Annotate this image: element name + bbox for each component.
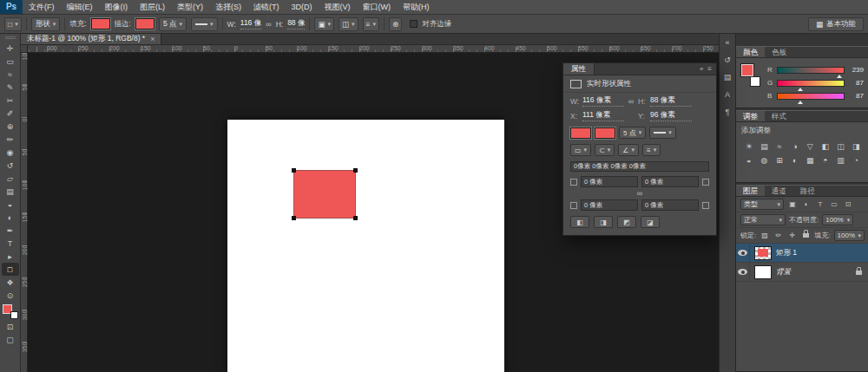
adjustment-posterize-button[interactable]: ▦ [803, 153, 819, 167]
menu-filter[interactable]: 滤镜(T) [247, 0, 286, 14]
path-operations-button[interactable]: ▣ ▾ [314, 17, 334, 31]
visibility-toggle[interactable] [736, 244, 750, 262]
shape-op-button-3[interactable]: ◩ [617, 216, 636, 228]
quick-mask-button[interactable]: ⊡ [2, 320, 19, 333]
radius-bottom-left-field[interactable]: 0 像素 [581, 199, 638, 211]
menu-3d[interactable]: 3D(D) [286, 0, 319, 14]
paragraph-panel-icon[interactable]: ¶ [721, 106, 734, 117]
adjustment-color-balance-button[interactable]: ◫ [833, 140, 849, 153]
stroke-color-swatch[interactable] [135, 18, 155, 29]
screen-mode-button[interactable]: ▢ [2, 333, 19, 346]
filter-type-dropdown[interactable]: 类型 ▾ [740, 199, 784, 210]
filter-type-layers-icon[interactable]: T [815, 199, 825, 210]
stroke-align-dropdown[interactable]: ▭ ▾ [570, 144, 591, 156]
opacity-dropdown[interactable]: 100% ▾ [822, 214, 853, 225]
eyedropper-tool[interactable]: ✐ [2, 107, 19, 120]
blur-tool[interactable]: ◒ [2, 198, 19, 211]
layer-thumbnail[interactable] [754, 246, 772, 260]
brush-tool[interactable]: ✏ [2, 133, 19, 146]
adjustment-curves-button[interactable]: ≈ [772, 140, 787, 153]
adjustment-photo-filter-button[interactable]: ◒ [741, 153, 757, 167]
ruler-corner[interactable] [21, 45, 28, 53]
corner-radius-summary-field[interactable]: 0像素 0像素 0像素 0像素 [570, 161, 709, 172]
anchor-handle-bottom-left[interactable] [292, 216, 296, 220]
menu-select[interactable]: 选择(S) [209, 0, 247, 14]
background-color-swatch[interactable] [750, 76, 760, 87]
dodge-tool[interactable]: ◐ [2, 211, 19, 224]
tab-paths[interactable]: 路径 [793, 186, 822, 196]
fill-color-swatch[interactable] [91, 18, 110, 29]
adjustment-invert-button[interactable]: ◐ [787, 153, 803, 167]
menu-edit[interactable]: 编辑(E) [61, 0, 99, 14]
adjustment-exposure-button[interactable]: ◑ [787, 140, 803, 153]
radius-bottom-right-field[interactable]: 0 像素 [641, 199, 699, 211]
radius-top-left-field[interactable]: 0 像素 [581, 176, 638, 187]
zoom-tool[interactable]: ⊙ [2, 289, 19, 302]
menu-layer[interactable]: 图层(L) [134, 0, 171, 14]
adjustment-hue-saturation-button[interactable]: ◧ [818, 140, 833, 153]
horizontal-ruler[interactable]: 300 250 200 150 100 50 0 50 100 150 200 … [21, 45, 719, 53]
stroke-color-swatch[interactable] [595, 127, 615, 139]
slider-marker-icon[interactable] [837, 72, 842, 78]
vertical-ruler[interactable]: 100 50 0 50 100 150 200 250 300 350 [21, 53, 28, 372]
adjustment-black-white-button[interactable]: ◨ [848, 140, 864, 153]
tab-swatches[interactable]: 色板 [765, 47, 793, 57]
slider-marker-icon[interactable] [798, 98, 803, 104]
fill-color-swatch[interactable] [570, 127, 591, 139]
history-panel-icon[interactable]: ↺ [721, 54, 734, 65]
history-brush-tool[interactable]: ↺ [2, 159, 19, 172]
blue-channel-slider[interactable] [777, 93, 845, 100]
menu-file[interactable]: 文件(F) [23, 0, 61, 14]
path-arrangement-button[interactable]: ≡ ▾ [363, 17, 379, 31]
menu-type[interactable]: 类型(Y) [171, 0, 209, 14]
foreground-color-swatch[interactable] [741, 64, 753, 76]
adjustment-gradient-map-button[interactable]: ▥ [833, 153, 849, 167]
blend-mode-dropdown[interactable]: 正常 ▾ [740, 214, 786, 225]
eraser-tool[interactable]: ▱ [2, 172, 19, 185]
tab-color[interactable]: 颜色 [736, 47, 765, 57]
shape-op-button-2[interactable]: ◨ [594, 216, 613, 228]
rectangle-shape[interactable] [293, 170, 356, 219]
red-channel-slider[interactable] [777, 67, 845, 74]
move-tool[interactable]: ✛ [2, 42, 19, 55]
rectangle-tool[interactable]: □ [2, 263, 19, 276]
adjustment-levels-button[interactable]: ▤ [757, 140, 773, 153]
link-dimensions-icon[interactable]: ∞ [624, 97, 638, 106]
red-channel-value[interactable]: 239 [848, 66, 864, 74]
filter-shape-layers-icon[interactable]: ▭ [829, 199, 839, 210]
link-corners-icon[interactable]: ∞ [637, 189, 642, 198]
adjustment-color-lookup-button[interactable]: ⊞ [772, 153, 787, 167]
stroke-corners-dropdown[interactable]: ∠ ▾ [618, 144, 639, 156]
geometry-settings-button[interactable]: ⊛ [389, 17, 402, 31]
toolbar-grip[interactable] [5, 36, 16, 39]
collapse-dock-icon[interactable]: « [721, 36, 734, 48]
collapse-panel-icon[interactable]: « [700, 65, 703, 73]
tool-mode-dropdown[interactable]: 形状 ▾ [31, 17, 61, 31]
visibility-toggle[interactable] [736, 263, 750, 281]
green-channel-slider[interactable] [777, 80, 845, 87]
foreground-background-swatches[interactable] [3, 304, 18, 319]
tab-channels[interactable]: 通道 [765, 186, 793, 196]
close-icon[interactable]: × [150, 35, 155, 43]
path-selection-tool[interactable]: ▸ [2, 250, 19, 263]
adjustment-threshold-button[interactable]: ◓ [818, 153, 833, 167]
lock-image-pixels-icon[interactable]: ✏ [773, 231, 784, 241]
tool-preset-picker[interactable]: □ ▾ [4, 17, 22, 31]
layer-name[interactable]: 矩形 1 [776, 248, 797, 258]
x-field[interactable]: 111 像素 [582, 110, 624, 121]
adjustment-vibrance-button[interactable]: ▽ [803, 140, 819, 153]
layer-row-background[interactable]: 背景 [736, 263, 868, 282]
filter-adjustment-layers-icon[interactable]: ◐ [801, 199, 812, 210]
anchor-handle-top-right[interactable] [353, 168, 358, 173]
menu-window[interactable]: 窗口(W) [357, 0, 398, 14]
crop-tool[interactable]: ✂ [2, 94, 19, 107]
green-channel-value[interactable]: 87 [848, 79, 864, 87]
info-panel-icon[interactable]: ▤ [721, 71, 734, 82]
pen-tool[interactable]: ✒ [2, 224, 19, 237]
blue-channel-value[interactable]: 87 [848, 92, 864, 100]
tab-adjustments[interactable]: 调整 [736, 111, 765, 121]
adjustment-selective-color-button[interactable]: ◔ [848, 153, 864, 167]
layer-thumbnail[interactable] [754, 265, 772, 279]
properties-tab[interactable]: 属性 [563, 63, 595, 75]
lock-all-button[interactable] [801, 231, 812, 241]
